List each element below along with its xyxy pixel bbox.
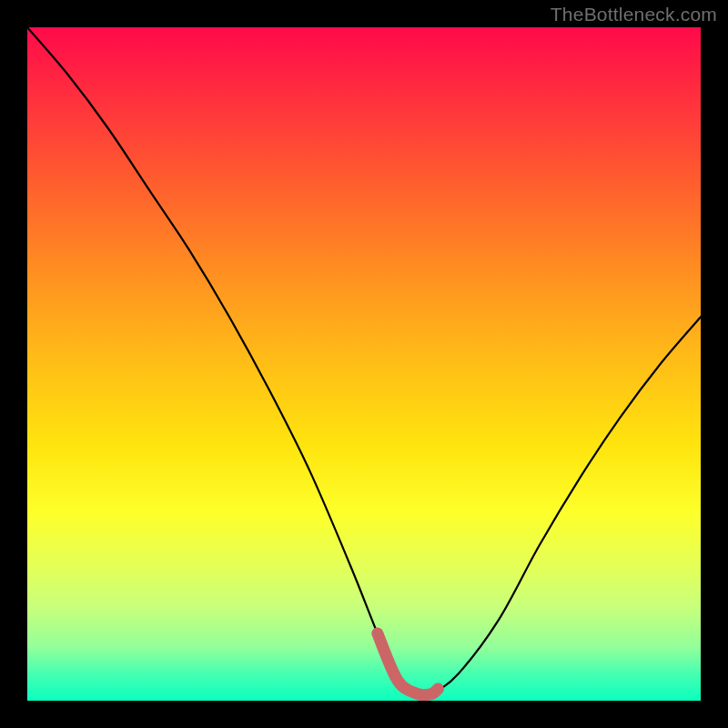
- plot-area: [27, 27, 701, 701]
- watermark-text: TheBottleneck.com: [551, 4, 717, 25]
- curve-layer: [27, 27, 701, 701]
- flat-bottom-highlight: [378, 633, 439, 695]
- bottleneck-curve: [27, 27, 701, 696]
- chart-frame: TheBottleneck.com: [0, 0, 728, 728]
